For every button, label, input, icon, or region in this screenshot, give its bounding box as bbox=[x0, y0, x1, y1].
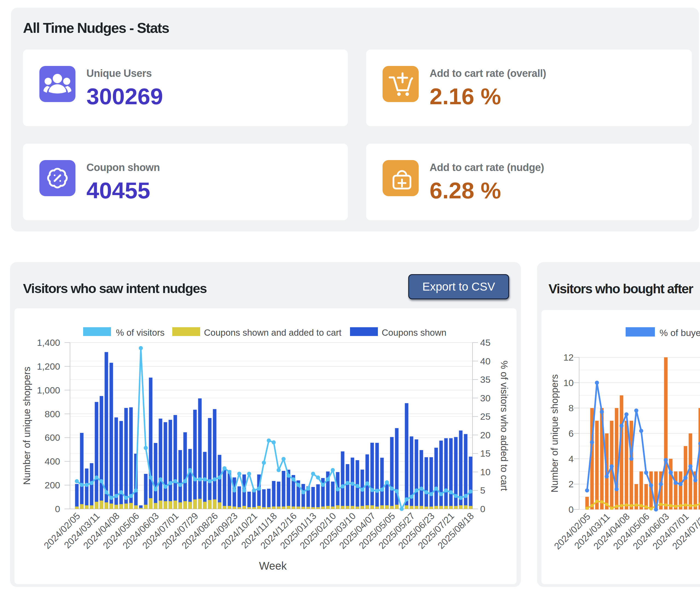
svg-text:% of visitors: % of visitors bbox=[116, 328, 165, 338]
svg-text:35: 35 bbox=[480, 374, 491, 385]
svg-text:0: 0 bbox=[55, 504, 60, 514]
svg-text:% of visitors who added to car: % of visitors who added to cart bbox=[499, 361, 510, 491]
svg-text:6: 6 bbox=[568, 428, 574, 438]
svg-text:1,400: 1,400 bbox=[37, 337, 60, 348]
svg-text:4: 4 bbox=[568, 454, 574, 464]
svg-text:0: 0 bbox=[480, 504, 485, 514]
svg-text:25: 25 bbox=[480, 411, 491, 422]
svg-text:Coupons shown and added to car: Coupons shown and added to cart bbox=[204, 328, 342, 338]
svg-text:5: 5 bbox=[480, 485, 485, 495]
svg-text:45: 45 bbox=[480, 337, 491, 348]
svg-text:1,000: 1,000 bbox=[37, 385, 60, 395]
svg-text:20: 20 bbox=[480, 430, 491, 440]
svg-text:Week: Week bbox=[259, 560, 287, 572]
svg-text:40: 40 bbox=[480, 356, 491, 366]
svg-text:2: 2 bbox=[568, 479, 574, 489]
svg-text:1,200: 1,200 bbox=[37, 361, 60, 371]
svg-text:% of buyers who added to cart: % of buyers who added to cart bbox=[660, 328, 700, 338]
svg-text:800: 800 bbox=[44, 409, 60, 419]
svg-text:Coupons shown: Coupons shown bbox=[382, 328, 447, 338]
svg-text:600: 600 bbox=[44, 432, 60, 443]
svg-text:Number of unique shoppers: Number of unique shoppers bbox=[21, 367, 32, 485]
svg-text:0: 0 bbox=[568, 504, 574, 515]
svg-text:15: 15 bbox=[480, 448, 491, 459]
svg-text:12: 12 bbox=[563, 352, 574, 363]
svg-text:30: 30 bbox=[480, 393, 491, 403]
svg-text:200: 200 bbox=[44, 480, 60, 490]
svg-text:8: 8 bbox=[568, 403, 574, 413]
svg-text:Number of unique shoppers: Number of unique shoppers bbox=[549, 374, 560, 493]
svg-text:10: 10 bbox=[563, 377, 574, 388]
svg-text:10: 10 bbox=[480, 467, 491, 477]
svg-text:400: 400 bbox=[44, 456, 60, 466]
